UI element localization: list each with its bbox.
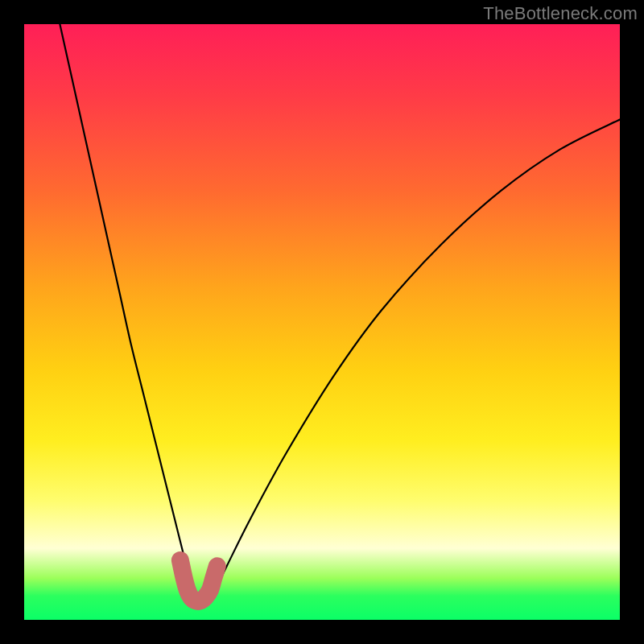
plot-area [24, 24, 620, 620]
curve-layer [24, 24, 620, 620]
bottleneck-curve [60, 24, 620, 602]
chart-stage: TheBottleneck.com [0, 0, 644, 644]
highlight-u [180, 560, 217, 601]
watermark-text: TheBottleneck.com [483, 3, 638, 24]
